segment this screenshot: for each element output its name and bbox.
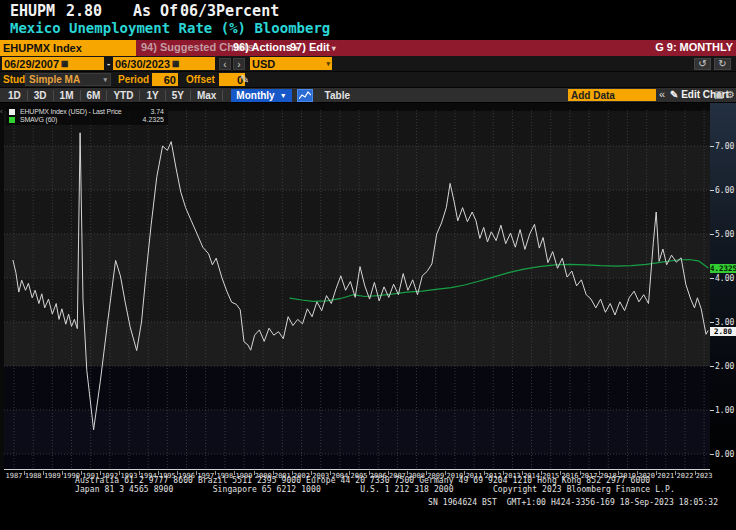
legend-swatch-1	[9, 117, 15, 123]
chart-tab-bar: 1D3D1M6MYTD1Y5YMax Monthly▼ Table « ✎ Ed…	[0, 88, 736, 103]
tab-range-1y[interactable]: 1Y	[140, 90, 165, 101]
offset-label: Offset	[186, 74, 215, 85]
undo-button[interactable]: ↺	[694, 58, 711, 70]
chevron-down-icon: ▾	[103, 76, 107, 84]
period-field[interactable]: 60	[152, 73, 178, 86]
axis-price-marker-0: 4.2325	[710, 264, 736, 273]
bloomberg-terminal-window: EHUPM 2.80 As Of 06/3 Percent Mexico Une…	[0, 0, 736, 530]
chevron-down-icon: ▾	[326, 60, 330, 68]
collapse-panel-icon[interactable]: «	[659, 88, 665, 100]
popout-icon[interactable]: ▣	[714, 89, 723, 100]
y-tick-label: 4.00	[715, 274, 734, 283]
range-tabs: 1D3D1M6MYTD1Y5YMax	[2, 90, 223, 101]
security-header: EHUPM 2.80 As Of 06/3 Percent	[0, 2, 736, 19]
y-tick-mark	[710, 278, 714, 279]
page-indicator: G 9: MONTHLY	[655, 41, 733, 53]
study-dropdown[interactable]: Simple MA▾	[25, 73, 111, 86]
chevron-right-icon: ›	[237, 59, 240, 70]
unit-label: Percent	[216, 2, 279, 20]
footer-contact-line1: Australia 61 2 9777 8600 Brazil 5511 239…	[75, 476, 650, 485]
legend-swatch-0	[9, 109, 15, 115]
legend-collapse-icon[interactable]: ‹	[0, 107, 3, 116]
prev-period-button[interactable]: ‹	[219, 58, 231, 70]
axis-price-marker-1: 2.80	[710, 327, 736, 336]
chart-legend: EHUPMX Index (USD) - Last Price3.74SMAVG…	[6, 106, 168, 125]
footer-session-info: SN 1964624 BST GMT+1:00 H424-3356-169 18…	[428, 498, 718, 507]
tab-range-5y[interactable]: 5Y	[166, 90, 191, 101]
y-tick-mark	[710, 410, 714, 411]
chevron-left-icon: ‹	[223, 59, 226, 70]
legend-label-0[interactable]: EHUPMX Index (USD) - Last Price	[20, 108, 132, 115]
y-tick-label: 0.00	[715, 450, 734, 459]
y-tick-mark	[710, 190, 714, 191]
y-tick-mark	[710, 234, 714, 235]
calendar-icon: ▦	[61, 59, 69, 68]
as-of-label: As Of	[133, 2, 178, 20]
tab-range-max[interactable]: Max	[191, 90, 223, 101]
tab-range-ytd[interactable]: YTD	[107, 90, 140, 101]
gear-icon[interactable]: ⚙	[726, 89, 735, 100]
y-tick-mark	[710, 366, 714, 367]
period-label: Period	[118, 74, 149, 85]
redo-button[interactable]: ↻	[714, 58, 731, 70]
next-period-button[interactable]: ›	[233, 58, 245, 70]
date-to-field[interactable]: 06/30/2023▦	[113, 57, 215, 70]
y-tick-label: 1.00	[715, 406, 734, 415]
pencil-icon[interactable]: ✎	[240, 73, 249, 86]
add-data-input[interactable]	[568, 89, 656, 101]
legend-value-1: 4.2325	[134, 116, 164, 123]
calendar-icon: ▦	[172, 59, 180, 68]
chevron-down-icon: ▾	[332, 44, 336, 53]
tab-range-1m[interactable]: 1M	[54, 90, 81, 101]
chart-type-button[interactable]	[297, 89, 313, 102]
tab-range-3d[interactable]: 3D	[28, 90, 54, 101]
y-tick-label: 7.00	[715, 142, 734, 151]
toolbar-dates: 06/29/2007▦ - 06/30/2023▦ ‹ › USD▾ ↺ ↻	[0, 56, 736, 72]
chevron-down-icon: ▼	[280, 92, 287, 99]
tab-table[interactable]: Table	[325, 90, 350, 101]
undo-icon: ↺	[698, 58, 706, 69]
legend-value-0: 3.74	[134, 108, 164, 115]
y-tick-label: 6.00	[715, 186, 734, 195]
x-tick-label: 2023	[693, 472, 715, 480]
frequency-dropdown[interactable]: Monthly▼	[231, 89, 291, 102]
y-tick-mark	[710, 322, 714, 323]
security-input[interactable]	[0, 40, 136, 56]
tab-range-6m[interactable]: 6M	[81, 90, 108, 101]
redo-icon: ↻	[718, 58, 726, 69]
y-axis[interactable]: 0.001.002.003.004.005.006.007.004.23252.…	[710, 103, 736, 470]
currency-dropdown[interactable]: USD▾	[250, 57, 332, 70]
menu-actions[interactable]: 96) Actions▾	[233, 41, 298, 53]
legend-label-1[interactable]: SMAVG (60)	[20, 116, 132, 123]
tab-range-1d[interactable]: 1D	[2, 90, 28, 101]
footer-contact-line2: Japan 81 3 4565 8900 Singapore 65 6212 1…	[75, 485, 675, 494]
chart-plot[interactable]	[0, 103, 736, 470]
date-from-field[interactable]: 06/29/2007▦	[2, 57, 104, 70]
last-price: 2.80	[66, 2, 102, 20]
y-tick-label: 5.00	[715, 230, 734, 239]
date-range-separator: -	[107, 58, 110, 69]
as-of-date: 06/3	[180, 2, 216, 20]
security-description: Mexico Unemployment Rate (%) Bloomberg	[10, 20, 330, 36]
y-tick-label: 3.00	[715, 318, 734, 327]
menu-edit[interactable]: 97) Edit▾	[290, 41, 336, 53]
line-chart-icon	[299, 91, 311, 100]
chart-region: 0.001.002.003.004.005.006.007.004.23252.…	[0, 103, 736, 487]
command-bar: 94) Suggested Charts 96) Actions▾ 97) Ed…	[0, 40, 736, 56]
toolbar-study: Study Simple MA▾ Period 60 Offset 0 ✎	[0, 72, 736, 88]
y-tick-mark	[710, 146, 714, 147]
ticker: EHUPM	[10, 2, 55, 20]
y-tick-mark	[710, 454, 714, 455]
y-tick-label: 2.00	[715, 362, 734, 371]
pencil-icon: ✎	[670, 89, 678, 100]
